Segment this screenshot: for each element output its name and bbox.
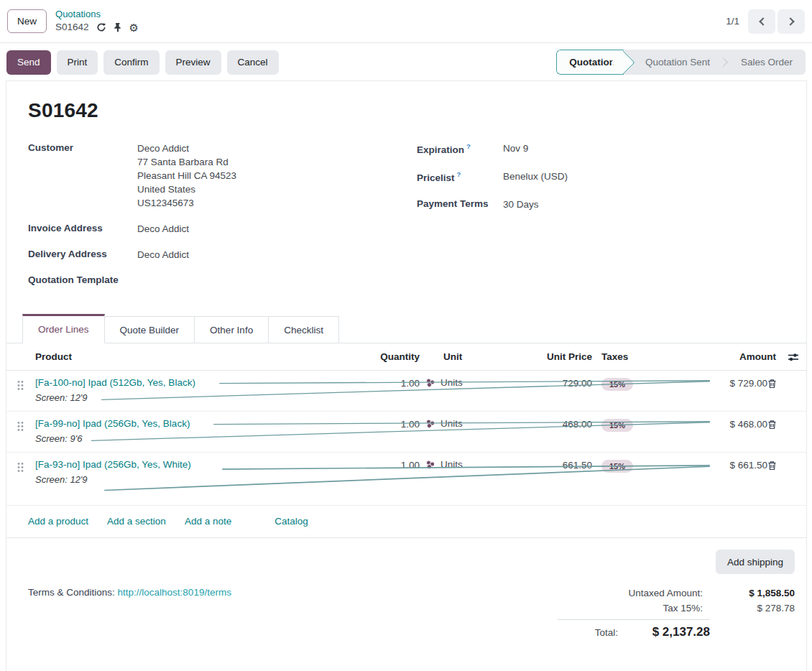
customer-label: Customer	[28, 142, 137, 210]
totals-table: Untaxed Amount: $ 1,858.50 Tax 15%: $ 27…	[558, 586, 795, 642]
tab-quote-builder[interactable]: Quote Builder	[104, 316, 195, 343]
product-link[interactable]: [Fa-93-no] Ipad (256Gb, Yes, White)	[35, 459, 356, 470]
customer-value[interactable]: Deco Addict	[137, 142, 236, 155]
add-a-note-link[interactable]: Add a note	[185, 516, 231, 527]
table-row: [Fa-93-no] Ipad (256Gb, Yes, White) Scre…	[6, 453, 806, 506]
drag-handle[interactable]	[11, 377, 35, 391]
help-icon: ?	[457, 170, 461, 178]
uom-icon	[425, 460, 435, 470]
header-product: Product	[35, 351, 356, 362]
unit-cell[interactable]: Units	[420, 418, 500, 429]
unit-cell[interactable]: Units	[420, 377, 500, 388]
add-shipping-button[interactable]: Add shipping	[716, 550, 795, 574]
odoo-quotation-page: New Quotations S01642 ⚙ 1/1	[0, 0, 812, 671]
tax-badge[interactable]: 15%	[601, 378, 633, 391]
pricelist-value[interactable]: Benelux (USD)	[503, 170, 568, 183]
pager-previous-button[interactable]	[748, 9, 775, 34]
header-unit-price: Unit Price	[500, 351, 592, 362]
tax-badge[interactable]: 15%	[601, 460, 633, 473]
quantity-cell[interactable]: 1.00	[356, 377, 420, 389]
tax-badge[interactable]: 15%	[601, 419, 633, 432]
optional-columns-icon[interactable]	[788, 352, 799, 362]
tab-order-lines[interactable]: Order Lines	[22, 314, 105, 343]
unit-cell[interactable]: Units	[420, 459, 500, 470]
delete-row-icon[interactable]	[767, 459, 799, 471]
field-invoice-address: Invoice Address Deco Addict	[28, 222, 417, 236]
print-button[interactable]: Print	[57, 50, 98, 75]
breadcrumb: Quotations S01642 ⚙	[55, 9, 139, 33]
amount-cell: $ 661.50	[658, 459, 767, 471]
tax-label: Tax 15%:	[663, 603, 703, 614]
help-icon: ?	[466, 142, 471, 150]
preview-button[interactable]: Preview	[165, 50, 221, 75]
product-link[interactable]: [Fa-99-no] Ipad (256Gb, Yes, Black)	[35, 418, 356, 429]
pin-icon[interactable]	[114, 22, 122, 32]
unit-price-cell[interactable]: 661.50	[500, 459, 592, 471]
customer-vat: US12345673	[137, 196, 236, 210]
statusbar: Quotation Quotation Sent Sales Order	[556, 50, 806, 75]
add-a-section-link[interactable]: Add a section	[107, 516, 166, 527]
action-toolbar: Send Print Confirm Preview Cancel Quotat…	[0, 44, 812, 80]
untaxed-amount-value: $ 1,858.50	[703, 588, 795, 598]
delivery-address-value[interactable]: Deco Addict	[137, 248, 189, 262]
cancel-button[interactable]: Cancel	[227, 50, 279, 75]
product-description[interactable]: Screen: 12'9	[35, 474, 356, 485]
tab-other-info[interactable]: Other Info	[194, 316, 269, 343]
terms-and-conditions: Terms & Conditions: http://localhost:801…	[28, 587, 231, 642]
uom-icon	[425, 419, 435, 429]
stage-quotation[interactable]: Quotation	[556, 50, 624, 75]
terms-label: Terms & Conditions:	[28, 587, 115, 598]
unit-price-cell[interactable]: 468.00	[500, 418, 592, 430]
amount-cell: $ 729.00	[658, 377, 767, 389]
add-a-product-link[interactable]: Add a product	[28, 516, 88, 527]
order-lines-table: Product Quantity Unit Unit Price Taxes A…	[6, 343, 806, 538]
tab-checklist[interactable]: Checklist	[268, 316, 339, 343]
field-grid: Customer Deco Addict 77 Santa Barbara Rd…	[28, 142, 785, 297]
gear-icon[interactable]: ⚙	[129, 22, 139, 33]
breadcrumb-quotations-link[interactable]: Quotations	[55, 9, 139, 20]
catalog-link[interactable]: Catalog	[274, 516, 308, 527]
header-unit: Unit	[420, 351, 500, 362]
stage-sales-order[interactable]: Sales Order	[728, 50, 806, 75]
payment-terms-value[interactable]: 30 Days	[503, 198, 539, 211]
new-button[interactable]: New	[7, 9, 47, 33]
product-description[interactable]: Screen: 12'9	[35, 392, 356, 403]
untaxed-amount-label: Untaxed Amount:	[628, 588, 703, 598]
table-footer-links: Add a product Add a section Add a note C…	[6, 506, 806, 538]
pager-next-button[interactable]	[778, 9, 805, 34]
pager: 1/1	[726, 9, 805, 34]
product-link[interactable]: [Fa-100-no] Ipad (512Gb, Yes, Black)	[35, 377, 356, 388]
quantity-cell[interactable]: 1.00	[356, 459, 420, 471]
header-taxes: Taxes	[592, 351, 658, 362]
field-delivery-address: Delivery Address Deco Addict	[28, 248, 417, 262]
invoice-address-label: Invoice Address	[28, 222, 137, 236]
quotation-template-label: Quotation Template	[28, 274, 119, 285]
terms-link[interactable]: http://localhost:8019/terms	[118, 587, 231, 598]
notebook-tabs: Order Lines Quote Builder Other Info Che…	[6, 315, 806, 343]
payment-terms-label: Payment Terms	[417, 198, 503, 211]
product-description[interactable]: Screen: 9'6	[35, 433, 356, 444]
field-customer: Customer Deco Addict 77 Santa Barbara Rd…	[28, 142, 417, 210]
stage-quotation-sent[interactable]: Quotation Sent	[624, 50, 723, 75]
table-row: [Fa-99-no] Ipad (256Gb, Yes, Black) Scre…	[6, 412, 806, 453]
confirm-button[interactable]: Confirm	[103, 50, 159, 75]
send-button[interactable]: Send	[6, 50, 51, 75]
uom-icon	[425, 378, 435, 388]
delivery-address-label: Delivery Address	[28, 248, 137, 262]
summary-section: Terms & Conditions: http://localhost:801…	[6, 538, 806, 642]
header-quantity: Quantity	[356, 351, 420, 362]
delete-row-icon[interactable]	[767, 377, 799, 389]
table-header: Product Quantity Unit Unit Price Taxes A…	[6, 343, 806, 371]
field-pricelist: Pricelist? Benelux (USD)	[417, 170, 785, 183]
quantity-cell[interactable]: 1.00	[356, 418, 420, 430]
expiration-value[interactable]: Nov 9	[503, 142, 528, 155]
drag-handle[interactable]	[11, 418, 35, 432]
refresh-icon[interactable]	[96, 22, 106, 32]
invoice-address-value[interactable]: Deco Addict	[137, 222, 189, 236]
field-payment-terms: Payment Terms 30 Days	[417, 198, 785, 211]
delete-row-icon[interactable]	[767, 418, 799, 430]
unit-price-cell[interactable]: 729.00	[500, 377, 592, 389]
breadcrumb-current-record: S01642	[55, 22, 89, 34]
drag-handle[interactable]	[11, 459, 35, 473]
chevron-left-icon	[759, 17, 767, 25]
